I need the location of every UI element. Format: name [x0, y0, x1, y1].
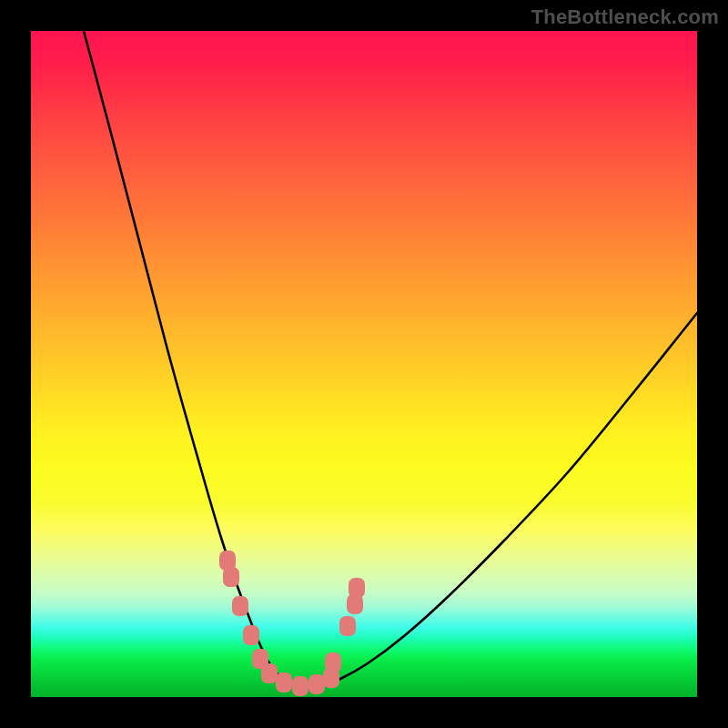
- watermark-text: TheBottleneck.com: [531, 5, 719, 29]
- marker-point: [219, 551, 236, 571]
- bottleneck-curve: [84, 31, 697, 688]
- marker-point: [347, 594, 363, 614]
- plot-area: [31, 31, 697, 697]
- marker-point: [252, 649, 268, 669]
- marker-point: [261, 663, 278, 683]
- marker-point: [308, 674, 325, 694]
- chart-container: TheBottleneck.com: [0, 0, 728, 728]
- marker-point: [223, 567, 239, 587]
- marker-point: [243, 625, 259, 645]
- marker-point: [325, 652, 341, 672]
- marker-point: [339, 616, 356, 636]
- marker-point: [349, 578, 365, 598]
- curve-markers: [219, 551, 365, 696]
- marker-point: [292, 676, 308, 696]
- curve-svg: [31, 31, 697, 697]
- marker-point: [276, 672, 292, 693]
- marker-point: [232, 596, 248, 616]
- marker-point: [323, 668, 339, 688]
